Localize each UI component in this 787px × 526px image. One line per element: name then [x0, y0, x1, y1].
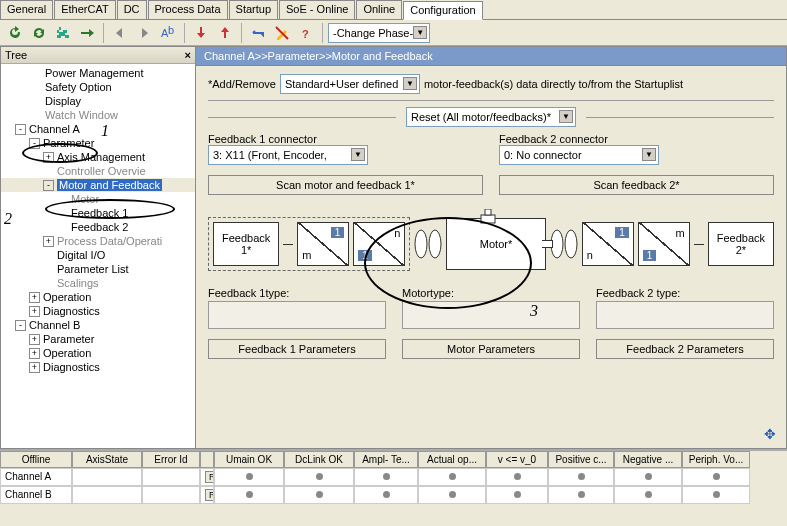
tree-expand-icon[interactable]: + [29, 292, 40, 303]
tab-configuration[interactable]: Configuration [403, 1, 482, 20]
tree-close-icon[interactable]: × [185, 49, 191, 61]
tree-node[interactable]: Digital I/O [1, 248, 195, 262]
tree-expand-icon[interactable]: + [29, 362, 40, 373]
fb2-ratio-m: m [676, 227, 685, 239]
forward-icon[interactable] [133, 22, 155, 44]
fb1-conn-combo[interactable]: 3: X11 (Front, Encoder, [208, 145, 368, 165]
tree-node[interactable]: Feedback 1 [1, 206, 195, 220]
tab-soe-online[interactable]: SoE - Online [279, 0, 355, 19]
tree-expand-icon[interactable]: + [43, 152, 54, 163]
tab-online[interactable]: Online [356, 0, 402, 19]
fb1-ratio-num-bot: 1 [358, 250, 372, 261]
grid-header[interactable]: DcLink OK [284, 451, 354, 468]
grid-header[interactable]: Ampl- Te... [354, 451, 418, 468]
tree-node[interactable]: Display [1, 94, 195, 108]
tree-expand-icon[interactable]: - [29, 138, 40, 149]
scan-fb2-button[interactable]: Scan feedback 2* [499, 175, 774, 195]
tree-node[interactable]: +Operation [1, 290, 195, 304]
tree-node[interactable]: +Parameter [1, 332, 195, 346]
tree-node[interactable]: Safety Option [1, 80, 195, 94]
grid-header[interactable]: Error Id [142, 451, 200, 468]
grid-header[interactable]: AxisState [72, 451, 142, 468]
tree-expand-icon[interactable]: - [43, 180, 54, 191]
grid-cell [284, 486, 354, 504]
feedback2-block-label: Feedback 2* [717, 232, 765, 256]
feedback1-block[interactable]: Feedback 1* [213, 222, 279, 266]
grid-header[interactable]: Actual op... [418, 451, 486, 468]
tab-startup[interactable]: Startup [229, 0, 278, 19]
fb2-ratio-block: n 1 [582, 222, 634, 266]
grid-cell [284, 468, 354, 486]
tab-general[interactable]: General [0, 0, 53, 19]
find-ab-icon[interactable]: Ab [157, 22, 179, 44]
tree-node[interactable]: Motor [1, 192, 195, 206]
goto-icon[interactable] [76, 22, 98, 44]
grid-header[interactable]: Umain OK [214, 451, 284, 468]
grid-header[interactable]: Periph. Vo... [682, 451, 750, 468]
grid-header[interactable]: v <= v_0 [486, 451, 548, 468]
tree-node[interactable]: Power Management [1, 66, 195, 80]
download-icon[interactable] [190, 22, 212, 44]
tab-processdata[interactable]: Process Data [148, 0, 228, 19]
scan-motor-fb1-button[interactable]: Scan motor and feedback 1* [208, 175, 483, 195]
cancel-pencil-icon[interactable] [271, 22, 293, 44]
grid-header[interactable]: Offline [0, 451, 72, 468]
move-anchor-icon[interactable]: ✥ [764, 426, 776, 442]
back-icon[interactable] [109, 22, 131, 44]
fb1-params-button[interactable]: Feedback 1 Parameters [208, 339, 386, 359]
tree-node[interactable]: Scalings [1, 276, 195, 290]
tree-node[interactable]: -Channel B [1, 318, 195, 332]
tree-expand-icon[interactable]: + [29, 348, 40, 359]
tree-node[interactable]: Parameter List [1, 262, 195, 276]
feedback2-block[interactable]: Feedback 2* [708, 222, 774, 266]
addremove-combo[interactable]: Standard+User defined [280, 74, 420, 94]
upload-icon[interactable] [214, 22, 236, 44]
tree-node[interactable]: +Axis Management [1, 150, 195, 164]
tree-node[interactable]: +Operation [1, 346, 195, 360]
refresh-all-icon[interactable] [28, 22, 50, 44]
tree-node[interactable]: Controller Overvie [1, 164, 195, 178]
tree-node-label: Power Management [45, 67, 143, 79]
tree-expand-icon[interactable]: + [29, 306, 40, 317]
grid-header[interactable] [200, 451, 214, 468]
accept-icon[interactable] [247, 22, 269, 44]
grid-row[interactable]: Channel BR [0, 486, 787, 504]
tab-ethercat[interactable]: EtherCAT [54, 0, 115, 19]
addremove-value: Standard+User defined [285, 78, 398, 90]
fb2-params-button[interactable]: Feedback 2 Parameters [596, 339, 774, 359]
grid-header[interactable]: Negative ... [614, 451, 682, 468]
tree-struct-icon[interactable] [52, 22, 74, 44]
tree-node[interactable]: +Process Data/Operati [1, 234, 195, 248]
grid-cell [418, 468, 486, 486]
tree-node[interactable]: -Channel A [1, 122, 195, 136]
tree-expand-icon[interactable]: + [43, 236, 54, 247]
grid-cell [548, 486, 614, 504]
coupling-left-icon [413, 225, 443, 263]
change-phase-combo[interactable]: -Change Phase- [328, 23, 430, 43]
tree-node[interactable]: +Diagnostics [1, 304, 195, 318]
help-icon[interactable]: ? [295, 22, 317, 44]
tree-expand-icon[interactable]: - [15, 320, 26, 331]
refresh-icon[interactable] [4, 22, 26, 44]
fb2-conn-combo[interactable]: 0: No connector [499, 145, 659, 165]
tree-node[interactable]: -Motor and Feedback [1, 178, 195, 192]
tree-node[interactable]: -Parameter [1, 136, 195, 150]
motor-block[interactable]: Motor* [446, 218, 546, 270]
grid-header[interactable]: Positive c... [548, 451, 614, 468]
reset-combo-button[interactable]: Reset (All motor/feedbacks)* [406, 107, 576, 127]
svg-text:b: b [168, 25, 174, 36]
addremove-prefix: *Add/Remove [208, 78, 276, 90]
coupling-right-icon [549, 225, 579, 263]
tab-dc[interactable]: DC [117, 0, 147, 19]
svg-point-8 [565, 230, 577, 258]
tree-body[interactable]: Power ManagementSafety OptionDisplayWatc… [1, 64, 195, 448]
tree-expand-icon[interactable]: + [29, 334, 40, 345]
tree-node[interactable]: Watch Window [1, 108, 195, 122]
tree-expand-icon[interactable]: - [15, 124, 26, 135]
motor-params-button[interactable]: Motor Parameters [402, 339, 580, 359]
tree-node[interactable]: +Diagnostics [1, 360, 195, 374]
grid-cell [72, 468, 142, 486]
tree-node[interactable]: Feedback 2 [1, 220, 195, 234]
grid-row[interactable]: Channel AR [0, 468, 787, 486]
tree-node-label: Diagnostics [43, 305, 100, 317]
